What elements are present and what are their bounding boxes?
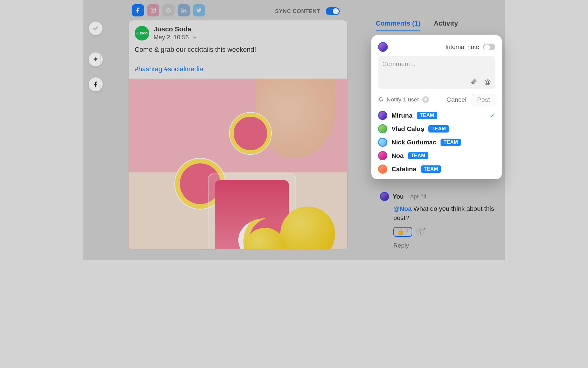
timeline-step-approved[interactable]	[89, 21, 103, 35]
network-instagram[interactable]	[147, 4, 159, 16]
post-text: Come & grab our cocktails this weekend!	[135, 46, 341, 54]
user-row[interactable]: Vlad Caluș TEAM	[378, 124, 495, 133]
side-tabs: Comments (1) Activity	[372, 19, 505, 35]
user-name: Vlad Caluș	[391, 125, 424, 133]
user-avatar	[378, 165, 387, 174]
svg-point-1	[152, 9, 154, 12]
composer-avatar	[378, 42, 388, 52]
smile-icon	[418, 230, 423, 234]
workflow-timeline	[89, 21, 103, 91]
network-switcher	[132, 4, 205, 16]
user-name: Catalina	[391, 165, 416, 173]
team-badge: TEAM	[417, 112, 437, 119]
svg-rect-3	[182, 10, 182, 13]
chevron-down-icon	[192, 35, 197, 40]
team-badge: TEAM	[428, 125, 449, 133]
network-facebook[interactable]	[132, 4, 144, 16]
comment-composer-popover: Internal note Comment... @ Notify 1 user…	[371, 35, 502, 179]
network-linkedin[interactable]	[178, 4, 190, 16]
linkedin-icon	[181, 7, 187, 13]
team-badge: TEAM	[441, 139, 461, 146]
user-avatar	[378, 111, 387, 120]
team-badge: TEAM	[408, 152, 428, 159]
user-row[interactable]: Catalina TEAM	[378, 165, 495, 174]
internal-note-toggle[interactable]	[483, 44, 495, 50]
internal-note-label: Internal note	[445, 44, 479, 51]
post-schedule-picker[interactable]: May 2, 10:56	[154, 34, 197, 41]
facebook-icon	[135, 7, 141, 14]
instagram-icon	[150, 7, 156, 13]
team-badge: TEAM	[421, 165, 441, 173]
comment-author: You	[393, 193, 404, 200]
svg-point-6	[420, 231, 420, 232]
lightning-icon	[93, 56, 99, 62]
notify-user-list: Miruna TEAM ✓ Vlad Caluș TEAM Nick Gudum…	[378, 111, 495, 174]
post-button[interactable]: Post	[472, 94, 495, 105]
account-name: Jusco Soda	[154, 25, 197, 33]
notify-label: Notify 1 user	[387, 96, 419, 103]
add-notify-user-button[interactable]: +	[422, 96, 429, 103]
reply-button[interactable]: Reply	[393, 242, 502, 249]
tab-comments[interactable]: Comments (1)	[376, 19, 420, 31]
post-hashtags: #hashtag #socialmedia	[135, 65, 341, 73]
user-row[interactable]: Miruna TEAM ✓	[378, 111, 495, 120]
user-name: Noa	[391, 152, 404, 159]
svg-point-2	[154, 9, 155, 9]
twitter-icon	[196, 7, 202, 13]
check-icon	[92, 25, 99, 32]
attachment-icon[interactable]	[470, 78, 477, 85]
google-icon	[165, 7, 172, 13]
cancel-button[interactable]: Cancel	[447, 96, 466, 103]
post-body[interactable]: Come & grab our cocktails this weekend! …	[129, 43, 347, 79]
selected-check-icon: ✓	[490, 112, 495, 119]
post-image[interactable]	[129, 79, 347, 249]
user-avatar	[378, 138, 387, 147]
comment-body: @Noa What do you think about this post?	[393, 204, 502, 223]
sync-content-label: SYNC CONTENT	[275, 8, 320, 15]
user-avatar	[378, 151, 387, 160]
reaction-thumbs-up[interactable]: 👍 1	[393, 227, 412, 237]
account-avatar: Jusco	[135, 26, 149, 41]
network-twitter[interactable]	[193, 4, 205, 16]
mention-icon[interactable]: @	[484, 78, 491, 86]
svg-point-5	[419, 230, 422, 234]
add-reaction-button[interactable]	[416, 228, 424, 236]
user-row[interactable]: Nick Gudumac TEAM	[378, 138, 495, 147]
user-avatar	[378, 124, 387, 133]
comment-mention[interactable]: @Noa	[393, 205, 412, 212]
bell-icon	[378, 97, 384, 102]
comment-input[interactable]: Comment... @	[378, 56, 495, 89]
user-name: Nick Gudumac	[391, 139, 436, 146]
facebook-icon	[92, 81, 99, 88]
comment-thread: You · Apr 24 @Noa What do you think abou…	[380, 192, 502, 249]
svg-point-4	[182, 8, 182, 9]
user-row[interactable]: Noa TEAM	[378, 151, 495, 160]
comment-avatar	[380, 192, 389, 201]
post-date-value: May 2, 10:56	[154, 34, 189, 41]
comment-placeholder: Comment...	[382, 60, 416, 67]
sync-content-row: SYNC CONTENT	[275, 7, 340, 15]
comment-date: · Apr 24	[407, 193, 426, 200]
user-name: Miruna	[391, 112, 413, 119]
network-google[interactable]	[162, 4, 175, 16]
post-card: Jusco Jusco Soda May 2, 10:56 Come & gra…	[128, 20, 348, 249]
svg-point-7	[421, 231, 421, 232]
tab-activity[interactable]: Activity	[434, 19, 458, 31]
sync-content-toggle[interactable]	[326, 7, 340, 15]
notify-users-row[interactable]: Notify 1 user +	[378, 96, 429, 103]
